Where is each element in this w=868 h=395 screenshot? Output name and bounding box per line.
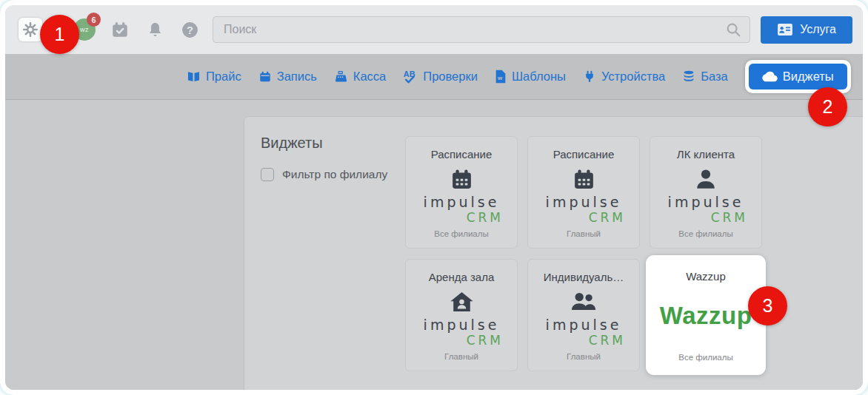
impulse-crm-logo: impulse CRM	[540, 194, 627, 225]
widget-title: ЛК клиента	[677, 148, 735, 161]
widget-branch: Все филиалы	[678, 229, 732, 238]
screenshot-frame: wz 6 ?	[0, 0, 868, 395]
tab-appointments[interactable]: Запись	[258, 70, 317, 84]
house-user-icon	[450, 288, 474, 315]
annotation-step-2: 2	[808, 87, 847, 126]
tab-cash-register[interactable]: Касса	[334, 70, 386, 84]
help-icon[interactable]: ?	[181, 21, 199, 39]
branch-filter-checkbox[interactable]	[261, 168, 274, 181]
app-window: wz 6 ?	[5, 5, 863, 390]
user-icon	[694, 166, 718, 192]
notification-count-badge: 6	[87, 13, 101, 27]
tab-checks[interactable]: AB Проверки	[403, 70, 478, 84]
widget-title: Расписание	[431, 148, 493, 161]
widget-card-wazzup[interactable]: Wazzup Wazzup Все филиалы	[650, 259, 762, 371]
tab-templates[interactable]: w Шаблоны	[495, 70, 566, 84]
wazzup-logo: Wazzup	[660, 302, 752, 330]
cloud-icon	[762, 70, 778, 83]
widgets-panel: Виджеты Фильтр по филиалу Расписание	[244, 116, 863, 390]
widgets-panel-controls: Виджеты Фильтр по филиалу	[261, 135, 405, 390]
database-icon	[682, 70, 695, 84]
widget-branch: Все филиалы	[434, 229, 488, 238]
calendar-icon	[450, 166, 474, 192]
calendar-icon	[572, 166, 596, 192]
tab-devices[interactable]: Устройства	[583, 70, 665, 84]
widget-branch: Главный	[444, 352, 478, 361]
widget-card-schedule-all[interactable]: Расписание impulse CRM Все	[405, 136, 518, 249]
widget-card-schedule-main[interactable]: Расписание impulse CRM Глав	[527, 136, 640, 249]
tab-label: Устройства	[601, 70, 665, 84]
widget-card-client-cabinet[interactable]: ЛК клиента impulse CRM Все филиалы	[650, 136, 762, 249]
widget-branch: Главный	[567, 229, 601, 238]
widget-title: Wazzup	[686, 270, 726, 283]
widget-card-individual[interactable]: Индивидуаль… impulse CRM	[527, 259, 640, 371]
cash-register-icon	[334, 70, 348, 84]
annotation-step-3: 3	[748, 286, 787, 325]
top-bar: wz 6 ?	[5, 5, 863, 54]
tab-label: Прайс	[206, 70, 241, 84]
search-box	[213, 16, 750, 43]
main-area: Виджеты Фильтр по филиалу Расписание	[5, 100, 863, 390]
annotation-step-1: 1	[40, 15, 79, 54]
svg-text:w: w	[497, 75, 503, 81]
service-button-label: Услуга	[800, 23, 836, 36]
widget-branch: Главный	[567, 352, 601, 361]
calendar-check-icon[interactable]	[110, 20, 130, 39]
address-card-icon	[777, 23, 793, 36]
impulse-crm-logo: impulse CRM	[418, 317, 505, 348]
gear-icon	[22, 21, 39, 38]
widget-branch: Все филиалы	[678, 353, 732, 362]
widget-title: Аренда зала	[429, 271, 495, 283]
tab-price[interactable]: Прайс	[187, 70, 241, 84]
file-word-icon: w	[495, 70, 507, 84]
tab-widgets[interactable]: Виджеты	[749, 64, 847, 90]
plug-icon	[583, 70, 596, 84]
widget-title: Индивидуаль…	[544, 271, 624, 283]
spellcheck-icon: AB	[403, 70, 418, 84]
tab-label: База	[701, 70, 728, 84]
page-title: Виджеты	[261, 135, 405, 152]
search-input[interactable]	[213, 16, 750, 43]
settings-button[interactable]	[19, 18, 42, 41]
impulse-crm-logo: impulse CRM	[418, 194, 505, 225]
svg-text:?: ?	[187, 24, 193, 36]
impulse-crm-logo: impulse CRM	[540, 317, 627, 348]
users-icon	[570, 288, 597, 315]
tab-label: Шаблоны	[512, 70, 566, 84]
calendar-icon	[258, 70, 272, 84]
bell-icon[interactable]	[146, 21, 164, 39]
impulse-crm-logo: impulse CRM	[662, 194, 750, 225]
tab-label: Касса	[353, 70, 386, 84]
book-icon	[187, 70, 201, 84]
branch-filter: Фильтр по филиалу	[261, 168, 405, 181]
tab-label: Проверки	[423, 70, 478, 84]
tab-label: Виджеты	[783, 70, 834, 84]
tab-database[interactable]: База	[682, 70, 728, 84]
nav-bar: Прайс Запись	[5, 54, 863, 100]
service-button[interactable]: Услуга	[761, 16, 852, 44]
tab-label: Запись	[277, 70, 317, 84]
widget-title: Расписание	[553, 148, 615, 161]
widget-card-hall-rent[interactable]: Аренда зала impulse CRM Главный	[405, 259, 518, 371]
widget-cards-grid: Расписание impulse CRM Все	[405, 136, 762, 390]
branch-filter-label: Фильтр по филиалу	[282, 168, 387, 181]
search-icon[interactable]	[725, 21, 741, 38]
